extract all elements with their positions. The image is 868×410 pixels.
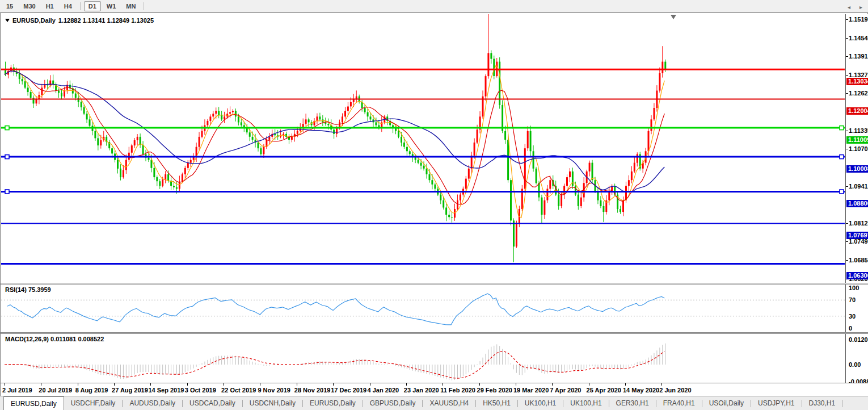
timeframe-button-h1[interactable]: H1: [41, 1, 58, 11]
time-axis-label: 9 Nov 2019: [258, 387, 290, 394]
time-tick: [41, 383, 41, 386]
tab-scroll-left-icon[interactable]: ◂: [848, 4, 850, 10]
macd-axis[interactable]: 0.0120310.00-0.008883: [846, 334, 868, 383]
time-tick: [78, 383, 78, 386]
level-price-badge: 1.11009: [846, 136, 868, 144]
price-tick: [846, 38, 848, 39]
price-axis-label: 1.13915: [849, 53, 868, 60]
rsi-axis-label: 100: [849, 285, 859, 291]
tab-scroll-arrows: ◂▸: [848, 0, 862, 14]
chart-tab-usdchf-daily[interactable]: USDCHF,Daily: [64, 396, 123, 410]
chart-tab-xauusd-h4[interactable]: XAUUSD,H4: [423, 396, 475, 410]
time-tick: [370, 383, 370, 386]
macd-axis-label: 0.00: [849, 361, 861, 368]
macd-axis-label: 0.012031: [849, 336, 868, 343]
timeframe-button-15[interactable]: 15: [2, 1, 18, 11]
chart-tab-eurusd-daily[interactable]: EURUSD,Daily: [3, 396, 64, 410]
level-price-badge: 1.12004: [846, 107, 868, 115]
level-price-badge: 1.08800: [846, 200, 868, 207]
chart-tab-gbpusd-daily[interactable]: GBPUSD,Daily: [363, 396, 423, 410]
price-tick: [846, 75, 848, 76]
macd-indicator-label: MACD(12,26,9) 0.011081 0.008522: [5, 336, 104, 342]
horizontal-levels-layer: [1, 69, 845, 263]
chart-tab-usoil-daily[interactable]: USOil,Daily: [702, 396, 751, 410]
price-tick: [846, 56, 848, 57]
rsi-axis-label: 30: [849, 313, 856, 320]
timeframe-button-m30[interactable]: M30: [19, 1, 40, 11]
price-tick: [846, 223, 848, 224]
price-tick: [846, 186, 848, 187]
chart-ohlc-values: 1.12882 1.13141 1.12849 1.13025: [58, 17, 154, 24]
chart-tab-audusd-daily[interactable]: AUDUSD,Daily: [123, 396, 182, 410]
time-axis-label: 29 Feb 2020: [477, 387, 512, 394]
chart-tab-dj30-h1[interactable]: DJ30,H1: [802, 396, 842, 410]
price-tick: [846, 149, 848, 149]
rsi-line: [7, 294, 664, 325]
chart-tab-uk100-h1[interactable]: UK100,H1: [518, 396, 563, 410]
time-axis-label: 23 Jan 2020: [404, 387, 439, 394]
time-axis[interactable]: 2 Jul 201920 Jul 20198 Aug 201927 Aug 20…: [1, 383, 868, 396]
time-tick: [516, 383, 516, 386]
time-axis-label: 25 Apr 2020: [587, 387, 621, 394]
candlestick-chart: [1, 14, 845, 283]
price-axis[interactable]: 1.151901.145451.139151.132701.126251.113…: [846, 14, 868, 283]
level-anchor: [840, 126, 844, 130]
rsi-panel[interactable]: RSI(14) 75.3959: [1, 285, 845, 332]
rsi-chart: [1, 285, 845, 332]
time-axis-label: 14 May 2020: [623, 387, 659, 394]
time-tick: [406, 383, 407, 386]
rsi-axis-label: 70: [849, 296, 856, 303]
timeframe-toolbar: 15M30H1H4D1W1MN: [0, 0, 868, 12]
chart-tab-uk100-h1[interactable]: UK100,H1: [563, 396, 608, 410]
level-price-badge: 1.07697: [846, 232, 868, 239]
time-tick: [5, 383, 5, 386]
chart-tab-usdcad-daily[interactable]: USDCAD,Daily: [183, 396, 242, 410]
toolbar-separator: [80, 2, 81, 10]
level-anchor: [5, 126, 9, 130]
time-tick: [150, 383, 151, 386]
chart-tab-usdjpy-h1[interactable]: USDJPY,H1: [751, 396, 801, 410]
time-tick: [333, 383, 334, 386]
macd-panel[interactable]: MACD(12,26,9) 0.011081 0.008522: [1, 334, 845, 383]
main-chart-canvas[interactable]: EURUSD,Daily 1.12882 1.13141 1.12849 1.1…: [1, 14, 845, 283]
tab-separator: [842, 400, 842, 407]
timeframe-button-mn[interactable]: MN: [121, 1, 140, 11]
time-axis-label: 7 Apr 2020: [550, 387, 581, 394]
chart-window: EURUSD,Daily 1.12882 1.13141 1.12849 1.1…: [0, 12, 868, 396]
price-tick: [846, 19, 848, 20]
price-tick: [846, 93, 848, 94]
rsi-axis[interactable]: 10070300: [846, 285, 868, 332]
chart-tab-usdcnh-daily[interactable]: USDCNH,Daily: [243, 396, 302, 410]
chart-tab-ger30-h1[interactable]: GER30,H1: [609, 396, 656, 410]
time-axis-label: 27 Aug 2019: [112, 387, 148, 394]
time-axis-label: 22 Oct 2019: [221, 387, 256, 394]
timeframe-button-h4[interactable]: H4: [60, 1, 77, 11]
price-tick: [846, 260, 848, 261]
chart-tab-bar: EURUSD,DailyUSDCHF,DailyAUDUSD,DailyUSDC…: [0, 396, 868, 410]
price-axis-label: 1.06850: [849, 257, 868, 263]
time-tick: [589, 383, 589, 386]
chart-tab-hk50-h1[interactable]: HK50,H1: [476, 396, 517, 410]
price-axis-label: 1.10705: [849, 145, 868, 152]
time-tick: [552, 383, 553, 386]
level-anchor: [5, 190, 9, 194]
rsi-axis-label: 0: [849, 325, 852, 332]
price-axis-label: 1.11335: [849, 127, 868, 134]
time-axis-label: 2 Jul 2019: [2, 387, 32, 394]
time-tick: [260, 383, 260, 386]
timeframe-button-d1[interactable]: D1: [84, 1, 101, 11]
chart-tab-fra40-h1[interactable]: FRA40,H1: [656, 396, 702, 410]
level-anchor: [840, 155, 844, 159]
rsi-indicator-label: RSI(14) 75.3959: [5, 286, 51, 293]
time-tick: [625, 383, 626, 386]
time-axis-label: 2 Jun 2020: [659, 387, 691, 394]
tab-scroll-right-icon[interactable]: ▸: [859, 4, 862, 10]
chart-shift-marker-icon[interactable]: [671, 15, 676, 19]
price-axis-label: 1.14545: [849, 35, 868, 41]
timeframe-button-w1[interactable]: W1: [102, 1, 121, 11]
chart-tab-eurusd-daily[interactable]: EURUSD,Daily: [303, 396, 363, 410]
time-tick: [114, 383, 115, 386]
time-axis-label: 8 Aug 2019: [75, 387, 108, 394]
time-tick: [479, 383, 480, 386]
time-axis-label: 14 Sep 2019: [148, 387, 184, 394]
